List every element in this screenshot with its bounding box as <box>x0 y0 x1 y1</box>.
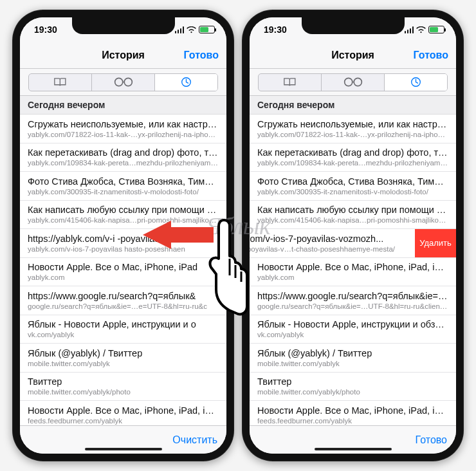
history-row-title: Новости Apple. Все о Mac, iPhone, iPad, … <box>28 405 219 416</box>
history-row-title: Новости Apple. Все о Mac, iPhone, iPad <box>28 261 219 273</box>
history-row[interactable]: https://www.google.ru/search?q=яблык&ie=… <box>250 286 456 315</box>
clock-icon <box>181 77 192 88</box>
history-row-subtitle: mobile.twitter.com/yablyk <box>257 359 448 368</box>
history-row[interactable]: https://www.google.ru/search?q=яблык&goo… <box>20 286 226 315</box>
history-row-title: https://www.google.ru/search?q=яблык&ie=… <box>257 290 448 302</box>
history-row-subtitle: feeds.feedburner.com/yablyk <box>257 416 448 425</box>
delete-button[interactable]: Удалить <box>415 229 456 257</box>
history-row[interactable]: https://yablyk.com/v-i -poyavilas-vozyab… <box>20 229 226 258</box>
history-row-title: Яблык (@yablyk) / Твиттер <box>28 347 219 359</box>
history-row[interactable]: Как написать любую ссылку при помощи см.… <box>20 201 226 230</box>
home-indicator <box>315 448 392 450</box>
history-row-subtitle: yablyk.com <box>28 273 219 282</box>
history-row[interactable]: Сгружать неиспользуемые, или как настрои… <box>20 115 226 143</box>
history-row-subtitle: yablyk.com/071822-ios-11-kak-…yx-prilozh… <box>257 130 448 139</box>
history-row-subtitle: mobile.twitter.com/yablyk/photo <box>257 387 448 396</box>
done-button[interactable]: Готово <box>184 50 219 61</box>
history-row-subtitle: yablyk.com/v-ios-7-poyavilas hasto-poses… <box>28 245 219 254</box>
done-bottom-button[interactable]: Готово <box>416 434 447 446</box>
history-row[interactable]: yablyk.com/v-ios-7-poyavilas-vozmozh...n… <box>250 229 456 258</box>
tab-history[interactable] <box>155 74 217 91</box>
history-row-subtitle: yablyk.com <box>257 273 448 282</box>
history-row[interactable]: Как перетаскивать (drag and drop) фото, … <box>20 143 226 172</box>
history-row-title: Как написать любую ссылку при помощи см.… <box>257 204 448 216</box>
glasses-icon <box>342 77 364 88</box>
tab-reading-list[interactable] <box>322 74 385 91</box>
history-row-title: Твиттер <box>28 376 219 387</box>
history-row-subtitle: vk.com/yablyk <box>28 330 219 339</box>
history-row[interactable]: Яблык - Новости Apple, инструкции и оvk.… <box>20 315 226 344</box>
tab-bookmarks[interactable] <box>259 74 322 91</box>
history-row[interactable]: Фото Стива Джобса, Стива Возняка, Тима К… <box>250 172 456 201</box>
segmented-control <box>250 69 456 96</box>
history-row-subtitle: n/v-ios-7-poyavilas-v…t-chasto-poseshhae… <box>250 245 407 254</box>
history-row-title: Как перетаскивать (drag and drop) фото, … <box>28 147 219 158</box>
status-time: 19:30 <box>264 24 287 35</box>
navigation-bar: История Готово <box>250 42 456 69</box>
history-row-title: Фото Стива Джобса, Стива Возняка, Тима К… <box>257 176 448 187</box>
history-row-title: Яблык - Новости Apple, инструкции и обзо… <box>257 319 448 330</box>
history-row-title: Сгружать неиспользуемые, или как настрои… <box>257 118 448 130</box>
glasses-icon <box>113 77 134 88</box>
battery-icon <box>199 26 215 33</box>
history-row-subtitle: google.ru/search?q=яблык&ie=…e=UTF-8&hl=… <box>28 302 219 311</box>
history-row-title: Фото Стива Джобса, Стива Возняка, Тима К… <box>28 176 219 187</box>
history-row-subtitle: feeds.feedburner.com/yablyk <box>28 416 219 425</box>
history-row[interactable]: Новости Apple. Все о Mac, iPhone, iPadya… <box>20 258 226 287</box>
section-header: Сегодня вечером <box>250 96 456 115</box>
battery-icon <box>428 26 444 33</box>
done-button[interactable]: Готово <box>414 50 448 61</box>
segmented-control <box>20 69 226 96</box>
history-list[interactable]: Сгружать неиспользуемые, или как настрои… <box>250 115 456 430</box>
history-row-subtitle: mobile.twitter.com/yablyk/photo <box>28 387 219 396</box>
history-row[interactable]: Сгружать неиспользуемые, или как настрои… <box>250 115 456 143</box>
history-row-subtitle: yablyk.com/415406-kak-napisa…pri-pomoshh… <box>257 216 448 225</box>
history-row[interactable]: Яблык (@yablyk) / Твиттерmobile.twitter.… <box>20 344 226 373</box>
tab-bookmarks[interactable] <box>29 74 92 91</box>
wifi-icon <box>187 26 196 33</box>
history-row-title: yablyk.com/v-ios-7-poyavilas-vozmozh... <box>250 233 407 245</box>
status-time: 19:30 <box>34 24 57 35</box>
tab-reading-list[interactable] <box>92 74 155 91</box>
history-row[interactable]: Яблык - Новости Apple, инструкции и обзо… <box>250 315 456 344</box>
phone-left: 19:30 История Готово Сегодня вечером <box>12 10 234 461</box>
clear-button[interactable]: Очистить <box>172 434 217 446</box>
page-title: История <box>331 50 374 61</box>
svg-point-3 <box>344 78 352 86</box>
history-row[interactable]: Твиттерmobile.twitter.com/yablyk/photo <box>20 373 226 402</box>
wifi-icon <box>416 26 426 33</box>
history-row-subtitle: yablyk.com/300935-it-znamenitosti-v-molo… <box>257 187 448 196</box>
device-notch <box>302 17 405 34</box>
history-row-title: Новости Apple. Все о Mac, iPhone, iPad, … <box>257 405 448 416</box>
phone-right: 19:30 История Готово Сегодня вечером <box>242 10 464 461</box>
history-row-title: https://yablyk.com/v-i -poyavilas-voz <box>28 233 219 245</box>
history-row-subtitle: yablyk.com/071822-ios-11-kak-…yx-prilozh… <box>28 130 219 139</box>
history-row-title: Новости Apple. Все о Mac, iPhone, iPad, … <box>257 261 448 273</box>
history-row[interactable]: Как написать любую ссылку при помощи см.… <box>250 201 456 230</box>
history-row-title: Яблык (@yablyk) / Твиттер <box>257 347 448 359</box>
navigation-bar: История Готово <box>20 42 226 69</box>
history-row[interactable]: Фото Стива Джобса, Стива Возняка, Тима К… <box>20 172 226 201</box>
history-row[interactable]: Как перетаскивать (drag and drop) фото, … <box>250 143 456 172</box>
tab-history[interactable] <box>385 74 447 91</box>
clock-icon <box>410 77 421 88</box>
history-row[interactable]: Твиттерmobile.twitter.com/yablyk/photo <box>250 373 456 402</box>
history-list[interactable]: Сгружать неиспользуемые, или как настрои… <box>20 115 226 430</box>
book-icon <box>53 77 68 88</box>
history-row-subtitle: mobile.twitter.com/yablyk <box>28 359 219 368</box>
history-row-subtitle: yablyk.com/300935-it-znamenitosti-v-molo… <box>28 187 219 196</box>
cellular-icon <box>405 26 414 33</box>
history-row-title: Как перетаскивать (drag and drop) фото, … <box>257 147 448 158</box>
history-row-title: Сгружать неиспользуемые, или как настрои… <box>28 118 219 130</box>
history-row-title: Твиттер <box>257 376 448 387</box>
history-row-title: Как написать любую ссылку при помощи см.… <box>28 204 219 216</box>
history-row-title: Яблык - Новости Apple, инструкции и о <box>28 319 219 330</box>
history-row[interactable]: Яблык (@yablyk) / Твиттерmobile.twitter.… <box>250 344 456 373</box>
history-row-subtitle: yablyk.com/109834-kak-pereta…mezhdu-pril… <box>28 158 219 167</box>
history-row-subtitle: yablyk.com/415406-kak-napisa…pri-pomoshh… <box>28 216 219 225</box>
history-row-subtitle: google.ru/search?q=яблык&ie=…UTF-8&hl=ru… <box>257 302 448 311</box>
history-row-subtitle: vk.com/yablyk <box>257 330 448 339</box>
page-title: История <box>102 50 145 61</box>
svg-point-0 <box>114 78 122 86</box>
history-row[interactable]: Новости Apple. Все о Mac, iPhone, iPad, … <box>250 258 456 287</box>
